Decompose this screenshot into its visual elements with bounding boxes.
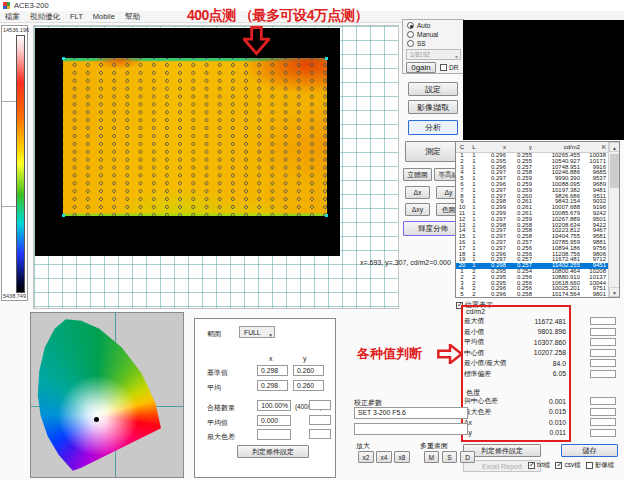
dr-checkbox[interactable]: DR xyxy=(440,64,458,71)
judge-result-box xyxy=(590,418,616,426)
stereo-view-button[interactable]: 立體圖 xyxy=(403,168,432,181)
csv-file-checkbox[interactable]: csv檔 xyxy=(555,461,580,470)
multi-m-button[interactable]: M xyxy=(424,451,439,463)
zoom-x8-button[interactable]: x8 xyxy=(394,451,410,463)
stat-row: 最小值/最大值84.0 xyxy=(464,358,622,369)
luminance-colorbar: 14536.196 5438.749 xyxy=(1,25,28,301)
chevron-down-icon: ▾ xyxy=(455,52,458,62)
luminance-distribution-button[interactable]: 輝度分佈 xyxy=(403,221,463,236)
radio-auto[interactable]: Auto xyxy=(407,22,430,29)
table-column-header: cd/m2 xyxy=(532,142,580,152)
colorbar-gradient xyxy=(16,35,25,293)
menu-mobile[interactable]: Mobile xyxy=(93,12,115,21)
dr-checkbox-icon[interactable] xyxy=(440,64,447,71)
radio-ss[interactable]: SS xyxy=(407,40,426,47)
judge-result-box xyxy=(590,429,616,437)
range-judge-panel: 範圍 FULL ▾ x y 基準值 0.298 0.260 平均 0.298 0… xyxy=(194,318,336,478)
range-select[interactable]: FULL ▾ xyxy=(239,326,275,338)
y-column-header: y xyxy=(303,355,307,362)
avgdiff-judge-box xyxy=(309,415,331,425)
delta-x-button[interactable]: Δx xyxy=(405,186,430,199)
pass-judge-box xyxy=(309,400,331,410)
maxdiff-judge-box xyxy=(309,429,331,439)
stat-row: 平均值10307.860 xyxy=(464,337,622,348)
table-row[interactable]: 520.2960.25810174.5649801 xyxy=(456,292,619,298)
table-scrollbar[interactable]: ▲ ▼ xyxy=(608,142,619,297)
luminance-stats-title: cd/m2 xyxy=(466,308,485,315)
luminance-heatmap[interactable] xyxy=(63,58,327,216)
stat-row: 標準偏差6.05 xyxy=(464,369,622,380)
exposure-select[interactable]: 1/8192 ▾ xyxy=(406,49,461,60)
white-point-marker xyxy=(94,417,99,422)
cursor-readout: x=.693, y=.307, cd/m2=0.000 xyxy=(360,259,451,266)
judge-result-box xyxy=(590,370,616,378)
radio-manual-icon[interactable] xyxy=(407,31,414,38)
judge-condition-settings-button[interactable]: 判定條件設定 xyxy=(237,445,309,458)
judge-result-box xyxy=(590,397,616,405)
zoom-group-label: 放大 xyxy=(356,441,370,451)
maxdiff-label: 最大色差 xyxy=(207,432,235,442)
maxdiff-field xyxy=(257,429,291,440)
table-column-header: K xyxy=(580,142,608,152)
average-y-field[interactable]: 0.260 xyxy=(293,380,324,391)
stat-row: Δx0.010 xyxy=(464,417,622,428)
settings-button[interactable]: 設定 xyxy=(408,82,458,96)
judge-result-box xyxy=(590,349,616,357)
pass-count-label: 合格數量 xyxy=(207,403,235,413)
reference-x-field[interactable]: 0.298 xyxy=(257,365,288,376)
position-checkbox-icon[interactable] xyxy=(456,302,463,309)
pass-percent-field: 100.00% xyxy=(257,400,291,411)
calibration-extra-field[interactable] xyxy=(354,423,468,435)
image-file-checkbox[interactable]: 影像檔 xyxy=(586,461,615,470)
chevron-down-icon: ▾ xyxy=(269,330,272,341)
calibration-set-field[interactable]: SET 3-200 F5.6 xyxy=(354,407,468,419)
capture-button[interactable]: 影像擷取 xyxy=(408,100,458,114)
analyze-button[interactable]: 分析 xyxy=(408,120,458,135)
menu-flt[interactable]: FLT xyxy=(70,12,83,21)
table-column-header: x xyxy=(480,142,506,152)
ace3-200-window: ACE3-200 檔案 視頻優化 FLT Mobile 幫助 14536.196… xyxy=(0,0,624,480)
average-x-field[interactable]: 0.298 xyxy=(257,380,288,391)
zoom-x4-button[interactable]: x4 xyxy=(376,451,392,463)
camera-preview[interactable] xyxy=(463,20,624,140)
delta-xy-button[interactable]: Δxy xyxy=(405,203,430,216)
zero-gain-button[interactable]: 0gain xyxy=(406,62,436,73)
menu-help[interactable]: 幫助 xyxy=(125,12,140,22)
measure-button[interactable]: 測定 xyxy=(405,141,461,162)
stat-row: 最大色差0.015 xyxy=(464,407,622,418)
judge-result-box xyxy=(590,408,616,416)
multi-s-button[interactable]: S xyxy=(442,451,457,463)
table-column-header: y xyxy=(506,142,532,152)
stat-row: 中心值10207.258 xyxy=(464,348,622,359)
image-display-area[interactable] xyxy=(35,28,340,256)
stat-row: 與中心色差0.001 xyxy=(464,396,622,407)
radio-manual[interactable]: Manual xyxy=(407,31,438,38)
down-arrow-icon xyxy=(243,26,270,56)
cie-chromaticity-diagram xyxy=(30,312,184,478)
radio-ss-icon[interactable] xyxy=(407,40,414,47)
reference-label: 基準值 xyxy=(207,368,228,378)
right-arrow-icon xyxy=(437,344,463,364)
scrollbar-thumb[interactable] xyxy=(610,154,619,188)
radio-auto-icon[interactable] xyxy=(407,22,414,29)
scroll-up-icon[interactable]: ▲ xyxy=(609,142,620,152)
save-button[interactable]: 儲存 xyxy=(561,444,618,457)
csv-checkbox-icon[interactable] xyxy=(555,462,562,469)
values-annotation-text: 各种值判断 xyxy=(357,345,422,363)
scroll-down-icon[interactable]: ▼ xyxy=(609,287,620,297)
cie-horseshoe xyxy=(35,316,175,474)
menu-video-opt[interactable]: 視頻優化 xyxy=(30,12,60,22)
judge-result-box xyxy=(590,359,616,367)
reference-y-field[interactable]: 0.260 xyxy=(293,365,324,376)
menu-file[interactable]: 檔案 xyxy=(5,12,20,22)
zoom-x2-button[interactable]: x2 xyxy=(358,451,374,463)
stat-row: Δy0.011 xyxy=(464,428,622,439)
stat-row: 最小值9801.896 xyxy=(464,327,622,338)
txt-file-checkbox[interactable]: txt檔 xyxy=(528,461,550,470)
image-checkbox-icon[interactable] xyxy=(586,462,593,469)
judge-result-box xyxy=(590,328,616,336)
avgdiff-label: 平均值 xyxy=(207,418,228,428)
txt-checkbox-icon[interactable] xyxy=(528,462,535,469)
multi-d-button[interactable]: D xyxy=(460,451,475,463)
table-column-header: C xyxy=(456,142,468,152)
